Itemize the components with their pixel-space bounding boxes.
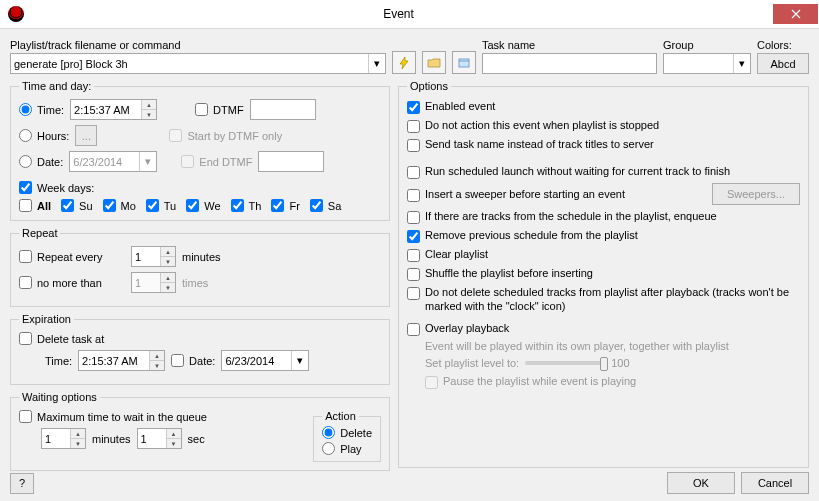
overlay-note: Event will be played within its own play… (425, 340, 800, 352)
sendtask-check[interactable] (407, 139, 420, 152)
level-value: 100 (611, 357, 629, 369)
options-group: Options Enabled event Do not action this… (398, 80, 809, 468)
app-icon (8, 6, 24, 22)
colors-button[interactable]: Abcd (757, 53, 809, 74)
wait-min-label: minutes (92, 433, 131, 445)
shuffle-check[interactable] (407, 268, 420, 281)
sweepers-button: Sweepers... (712, 183, 800, 205)
chevron-down-icon: ▾ (368, 54, 385, 73)
filename-label: Playlist/track filename or command (10, 39, 386, 51)
clear-check[interactable] (407, 249, 420, 262)
group-label: Group (663, 39, 751, 51)
weekday-th[interactable]: Th (231, 199, 262, 212)
group-combo[interactable]: ▾ (663, 53, 751, 74)
weekday-su[interactable]: Su (61, 199, 92, 212)
exp-date-check[interactable]: Date: (171, 354, 215, 367)
timeday-legend: Time and day: (19, 80, 94, 92)
window-title: Event (24, 7, 773, 21)
sweeper-check[interactable] (407, 189, 420, 202)
exp-time-spinner[interactable]: ▲▼ (78, 350, 165, 371)
close-icon (791, 9, 801, 19)
expiration-legend: Expiration (19, 313, 74, 325)
delete-task-check[interactable]: Delete task at (19, 332, 381, 345)
end-dtmf-check: End DTMF (181, 155, 252, 168)
exp-date-combo[interactable]: 6/23/2014▾ (221, 350, 309, 371)
taskname-input[interactable] (482, 53, 657, 74)
weekday-sa[interactable]: Sa (310, 199, 341, 212)
noaction-check[interactable] (407, 120, 420, 133)
waiting-legend: Waiting options (19, 391, 100, 403)
taskname-label: Task name (482, 39, 657, 51)
dtmf-input[interactable] (250, 99, 316, 120)
timeday-group: Time and day: Time: ▲▼ DTMF Hours: ... S… (10, 80, 390, 221)
filename-combo[interactable]: generate [pro] Block 3h ▾ (10, 53, 386, 74)
ok-button[interactable]: OK (667, 472, 735, 494)
repeat-group: Repeat Repeat every ▲▼ minutes no more t… (10, 227, 390, 307)
dtmf-check[interactable]: DTMF (195, 103, 244, 116)
lightning-icon (397, 56, 411, 70)
weekdays-check[interactable]: Week days: (19, 181, 381, 194)
date-combo: 6/23/2014▾ (69, 151, 157, 172)
repeat-every-check[interactable]: Repeat every (19, 250, 125, 263)
maxwait-check[interactable]: Maximum time to wait in the queue (19, 410, 305, 423)
hours-ellipsis[interactable]: ... (75, 125, 97, 146)
exp-time-label: Time: (45, 355, 72, 367)
window-button[interactable] (452, 51, 476, 74)
action-play[interactable]: Play (322, 442, 372, 455)
colors-label: Colors: (757, 39, 809, 51)
wait-sec-label: sec (188, 433, 205, 445)
time-spinner[interactable]: ▲▼ (70, 99, 157, 120)
repeat-every-spinner[interactable]: ▲▼ (131, 246, 176, 267)
weekday-fr[interactable]: Fr (271, 199, 299, 212)
folder-button[interactable] (422, 51, 446, 74)
cancel-button[interactable]: Cancel (741, 472, 809, 494)
repeat-legend: Repeat (19, 227, 60, 239)
minutes-label: minutes (182, 251, 221, 263)
close-button[interactable] (773, 4, 818, 24)
weekday-all[interactable]: All (19, 199, 51, 212)
start-dtmf-check: Start by DTMF only (169, 129, 282, 142)
setlevel-label: Set playlist level to: (425, 357, 519, 369)
weekday-mo[interactable]: Mo (103, 199, 136, 212)
help-button[interactable]: ? (10, 473, 34, 494)
end-dtmf-input (258, 151, 324, 172)
level-slider (525, 361, 605, 365)
wait-sec-spinner[interactable]: ▲▼ (137, 428, 182, 449)
pause-check (425, 376, 438, 389)
wait-min-spinner[interactable]: ▲▼ (41, 428, 86, 449)
action-delete[interactable]: Delete (322, 426, 372, 439)
folder-icon (427, 56, 441, 70)
overlay-check[interactable] (407, 323, 420, 336)
window-icon (457, 56, 471, 70)
svg-rect-0 (459, 59, 469, 67)
date-radio[interactable]: Date: (19, 155, 63, 168)
slider-thumb (600, 357, 608, 371)
nodelete-check[interactable] (407, 287, 420, 300)
waiting-group: Waiting options Maximum time to wait in … (10, 391, 390, 471)
expiration-group: Expiration Delete task at Time: ▲▼ Date:… (10, 313, 390, 385)
nomore-spinner: ▲▼ (131, 272, 176, 293)
action-group: Action Delete Play (313, 410, 381, 462)
times-label: times (182, 277, 208, 289)
enabled-check[interactable] (407, 101, 420, 114)
filename-value: generate [pro] Block 3h (14, 58, 128, 70)
hours-radio[interactable]: Hours: (19, 129, 69, 142)
action-legend: Action (322, 410, 359, 422)
weekday-tu[interactable]: Tu (146, 199, 176, 212)
runsched-check[interactable] (407, 166, 420, 179)
time-radio[interactable]: Time: (19, 103, 64, 116)
nomore-check[interactable]: no more than (19, 276, 125, 289)
enqueue-check[interactable] (407, 211, 420, 224)
options-legend: Options (407, 80, 451, 92)
lightning-button[interactable] (392, 51, 416, 74)
weekday-we[interactable]: We (186, 199, 220, 212)
chevron-down-icon: ▾ (733, 54, 750, 73)
remove-check[interactable] (407, 230, 420, 243)
